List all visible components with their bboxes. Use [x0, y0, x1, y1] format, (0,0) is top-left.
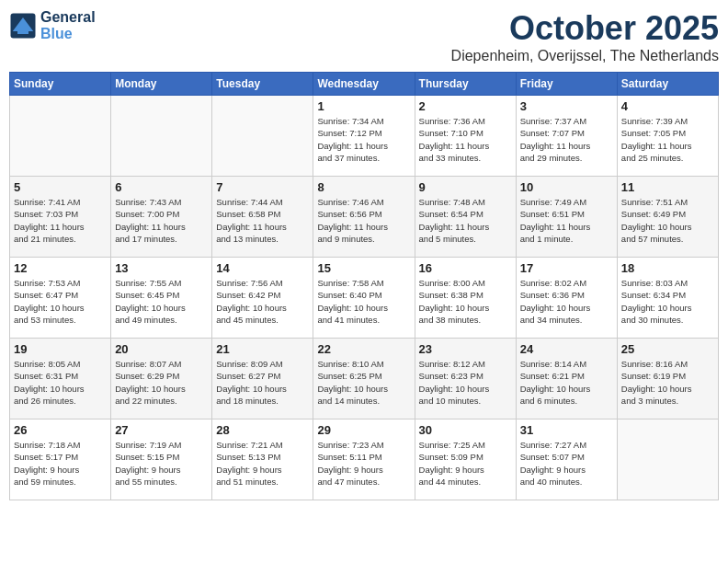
day-number: 17	[520, 261, 613, 275]
day-info: Sunrise: 8:03 AM Sunset: 6:34 PM Dayligh…	[621, 277, 714, 326]
day-info: Sunrise: 7:19 AM Sunset: 5:15 PM Dayligh…	[115, 439, 208, 488]
calendar-cell: 29Sunrise: 7:23 AM Sunset: 5:11 PM Dayli…	[313, 419, 415, 500]
day-header-wednesday: Wednesday	[313, 73, 415, 96]
calendar-cell	[212, 96, 313, 177]
calendar-cell: 18Sunrise: 8:03 AM Sunset: 6:34 PM Dayli…	[617, 258, 718, 339]
day-number: 29	[317, 423, 410, 437]
day-number: 23	[419, 342, 512, 356]
day-info: Sunrise: 7:46 AM Sunset: 6:56 PM Dayligh…	[317, 196, 410, 245]
calendar-cell: 14Sunrise: 7:56 AM Sunset: 6:42 PM Dayli…	[212, 258, 313, 339]
calendar-cell: 1Sunrise: 7:34 AM Sunset: 7:12 PM Daylig…	[313, 96, 415, 177]
day-number: 31	[520, 423, 613, 437]
week-row-1: 1Sunrise: 7:34 AM Sunset: 7:12 PM Daylig…	[10, 96, 719, 177]
day-header-monday: Monday	[111, 73, 212, 96]
calendar-cell: 6Sunrise: 7:43 AM Sunset: 7:00 PM Daylig…	[111, 177, 212, 258]
day-number: 24	[520, 342, 613, 356]
day-number: 5	[14, 180, 107, 194]
day-number: 19	[14, 342, 107, 356]
day-header-friday: Friday	[516, 73, 617, 96]
day-number: 10	[520, 180, 613, 194]
day-number: 6	[115, 180, 208, 194]
calendar-cell: 11Sunrise: 7:51 AM Sunset: 6:49 PM Dayli…	[617, 177, 718, 258]
day-number: 16	[419, 261, 512, 275]
day-info: Sunrise: 8:09 AM Sunset: 6:27 PM Dayligh…	[216, 358, 309, 407]
calendar-cell: 27Sunrise: 7:19 AM Sunset: 5:15 PM Dayli…	[111, 419, 212, 500]
day-info: Sunrise: 7:44 AM Sunset: 6:58 PM Dayligh…	[216, 196, 309, 245]
day-info: Sunrise: 7:58 AM Sunset: 6:40 PM Dayligh…	[317, 277, 410, 326]
day-number: 9	[419, 180, 512, 194]
day-number: 21	[216, 342, 309, 356]
calendar-cell: 23Sunrise: 8:12 AM Sunset: 6:23 PM Dayli…	[415, 339, 516, 419]
day-number: 27	[115, 423, 208, 437]
calendar-cell	[111, 96, 212, 177]
day-number: 3	[520, 99, 613, 113]
calendar-cell: 3Sunrise: 7:37 AM Sunset: 7:07 PM Daylig…	[516, 96, 617, 177]
calendar-cell: 20Sunrise: 8:07 AM Sunset: 6:29 PM Dayli…	[111, 339, 212, 419]
day-number: 14	[216, 261, 309, 275]
calendar-cell: 24Sunrise: 8:14 AM Sunset: 6:21 PM Dayli…	[516, 339, 617, 419]
calendar-cell: 7Sunrise: 7:44 AM Sunset: 6:58 PM Daylig…	[212, 177, 313, 258]
week-row-5: 26Sunrise: 7:18 AM Sunset: 5:17 PM Dayli…	[10, 419, 719, 500]
day-info: Sunrise: 7:23 AM Sunset: 5:11 PM Dayligh…	[317, 439, 410, 488]
day-info: Sunrise: 7:49 AM Sunset: 6:51 PM Dayligh…	[520, 196, 613, 245]
calendar-cell: 12Sunrise: 7:53 AM Sunset: 6:47 PM Dayli…	[10, 258, 111, 339]
day-number: 25	[621, 342, 714, 356]
calendar-cell: 25Sunrise: 8:16 AM Sunset: 6:19 PM Dayli…	[617, 339, 718, 419]
day-number: 7	[216, 180, 309, 194]
week-row-2: 5Sunrise: 7:41 AM Sunset: 7:03 PM Daylig…	[10, 177, 719, 258]
calendar-cell: 26Sunrise: 7:18 AM Sunset: 5:17 PM Dayli…	[10, 419, 111, 500]
day-header-tuesday: Tuesday	[212, 73, 313, 96]
calendar-cell: 30Sunrise: 7:25 AM Sunset: 5:09 PM Dayli…	[415, 419, 516, 500]
day-info: Sunrise: 7:43 AM Sunset: 7:00 PM Dayligh…	[115, 196, 208, 245]
day-info: Sunrise: 7:34 AM Sunset: 7:12 PM Dayligh…	[317, 115, 410, 164]
day-info: Sunrise: 7:39 AM Sunset: 7:05 PM Dayligh…	[621, 115, 714, 164]
day-number: 11	[621, 180, 714, 194]
day-number: 18	[621, 261, 714, 275]
calendar-cell: 21Sunrise: 8:09 AM Sunset: 6:27 PM Dayli…	[212, 339, 313, 419]
day-info: Sunrise: 8:14 AM Sunset: 6:21 PM Dayligh…	[520, 358, 613, 407]
day-number: 12	[14, 261, 107, 275]
week-row-3: 12Sunrise: 7:53 AM Sunset: 6:47 PM Dayli…	[10, 258, 719, 339]
day-header-thursday: Thursday	[415, 73, 516, 96]
day-info: Sunrise: 8:12 AM Sunset: 6:23 PM Dayligh…	[419, 358, 512, 407]
day-number: 22	[317, 342, 410, 356]
calendar-cell: 28Sunrise: 7:21 AM Sunset: 5:13 PM Dayli…	[212, 419, 313, 500]
calendar-cell: 31Sunrise: 7:27 AM Sunset: 5:07 PM Dayli…	[516, 419, 617, 500]
calendar-cell: 16Sunrise: 8:00 AM Sunset: 6:38 PM Dayli…	[415, 258, 516, 339]
day-info: Sunrise: 7:21 AM Sunset: 5:13 PM Dayligh…	[216, 439, 309, 488]
day-number: 8	[317, 180, 410, 194]
calendar-cell: 9Sunrise: 7:48 AM Sunset: 6:54 PM Daylig…	[415, 177, 516, 258]
day-info: Sunrise: 7:25 AM Sunset: 5:09 PM Dayligh…	[419, 439, 512, 488]
week-row-4: 19Sunrise: 8:05 AM Sunset: 6:31 PM Dayli…	[10, 339, 719, 419]
day-info: Sunrise: 7:55 AM Sunset: 6:45 PM Dayligh…	[115, 277, 208, 326]
day-info: Sunrise: 8:10 AM Sunset: 6:25 PM Dayligh…	[317, 358, 410, 407]
calendar-cell	[10, 96, 111, 177]
day-info: Sunrise: 7:37 AM Sunset: 7:07 PM Dayligh…	[520, 115, 613, 164]
day-number: 26	[14, 423, 107, 437]
day-info: Sunrise: 7:51 AM Sunset: 6:49 PM Dayligh…	[621, 196, 714, 245]
day-number: 2	[419, 99, 512, 113]
calendar-cell: 10Sunrise: 7:49 AM Sunset: 6:51 PM Dayli…	[516, 177, 617, 258]
day-info: Sunrise: 8:00 AM Sunset: 6:38 PM Dayligh…	[419, 277, 512, 326]
calendar-title: October 2025	[451, 9, 719, 48]
header: General Blue October 2025 Diepenheim, Ov…	[9, 9, 719, 64]
day-info: Sunrise: 8:07 AM Sunset: 6:29 PM Dayligh…	[115, 358, 208, 407]
day-info: Sunrise: 7:18 AM Sunset: 5:17 PM Dayligh…	[14, 439, 107, 488]
calendar-cell: 13Sunrise: 7:55 AM Sunset: 6:45 PM Dayli…	[111, 258, 212, 339]
calendar-table: SundayMondayTuesdayWednesdayThursdayFrid…	[9, 72, 719, 500]
day-info: Sunrise: 7:41 AM Sunset: 7:03 PM Dayligh…	[14, 196, 107, 245]
day-info: Sunrise: 8:16 AM Sunset: 6:19 PM Dayligh…	[621, 358, 714, 407]
day-info: Sunrise: 8:02 AM Sunset: 6:36 PM Dayligh…	[520, 277, 613, 326]
day-number: 1	[317, 99, 410, 113]
day-info: Sunrise: 7:56 AM Sunset: 6:42 PM Dayligh…	[216, 277, 309, 326]
day-number: 13	[115, 261, 208, 275]
day-info: Sunrise: 7:48 AM Sunset: 6:54 PM Dayligh…	[419, 196, 512, 245]
calendar-cell: 4Sunrise: 7:39 AM Sunset: 7:05 PM Daylig…	[617, 96, 718, 177]
day-number: 28	[216, 423, 309, 437]
calendar-cell: 2Sunrise: 7:36 AM Sunset: 7:10 PM Daylig…	[415, 96, 516, 177]
day-info: Sunrise: 8:05 AM Sunset: 6:31 PM Dayligh…	[14, 358, 107, 407]
day-number: 20	[115, 342, 208, 356]
calendar-cell: 15Sunrise: 7:58 AM Sunset: 6:40 PM Dayli…	[313, 258, 415, 339]
logo-text: General Blue	[40, 9, 96, 42]
day-number: 15	[317, 261, 410, 275]
